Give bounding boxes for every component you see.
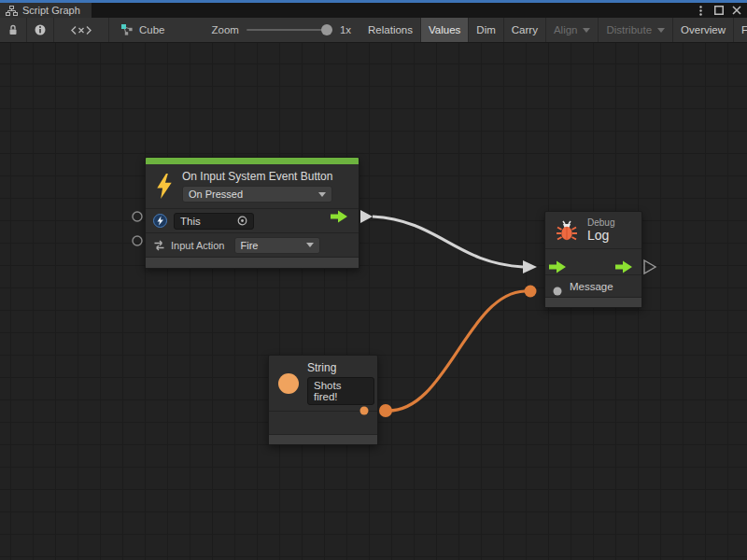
debug-flow-row (545, 248, 641, 274)
align-label: Align (554, 24, 578, 35)
menu-kebab-icon[interactable] (694, 4, 708, 17)
code-preview-icon (71, 25, 92, 35)
string-node-header: String Shots fired! (269, 356, 377, 411)
chevron-down-icon (583, 28, 590, 33)
graph-canvas[interactable]: On Input System Event Button On Pressed … (0, 43, 747, 560)
target-object-value: This (180, 216, 201, 227)
node-debug-log[interactable]: Debug Log Message (544, 211, 642, 308)
string-value-field[interactable]: Shots fired! (307, 377, 374, 405)
distribute-dropdown[interactable]: Distribute (599, 18, 673, 42)
lock-icon (7, 23, 20, 36)
wire-start-arrow[interactable] (360, 210, 373, 223)
close-icon[interactable] (729, 4, 743, 17)
string-value: Shots fired! (314, 380, 368, 402)
debug-node-title: Log (587, 228, 614, 243)
string-type-icon (278, 373, 299, 394)
maximize-icon[interactable] (712, 4, 726, 17)
csharp-preview-button[interactable] (54, 18, 109, 42)
breadcrumb-label: Cube (139, 24, 165, 35)
zoom-label: Zoom (212, 24, 239, 35)
orange-wire-start-dot[interactable] (379, 404, 392, 417)
tab-strip: Script Graph (0, 3, 747, 18)
event-node-colorbar (146, 158, 359, 164)
message-port-label: Message (570, 281, 613, 292)
input-action-label: Input Action (171, 240, 225, 251)
chevron-down-icon (306, 243, 314, 247)
tab-script-graph[interactable]: Script Graph (0, 3, 92, 18)
values-toggle[interactable]: Values (421, 18, 469, 42)
info-icon (34, 23, 47, 36)
graph-hierarchy-icon (6, 6, 18, 16)
node-string-literal[interactable]: String Shots fired! (268, 355, 378, 445)
tabstrip-spacer (92, 3, 694, 18)
string-node-footer (269, 434, 377, 444)
chevron-down-icon (318, 192, 326, 197)
carry-toggle[interactable]: Carry (504, 18, 546, 42)
event-target-row: This (146, 208, 359, 232)
gameobject-event-icon (153, 214, 167, 228)
wire-event-to-log[interactable] (373, 217, 523, 267)
input-action-icon (153, 240, 165, 251)
tab-title: Script Graph (22, 5, 80, 16)
event-action-input-port[interactable] (133, 236, 142, 245)
chevron-down-icon (657, 28, 665, 33)
zoom-slider-handle[interactable] (321, 24, 332, 35)
wire-end-arrow[interactable] (523, 260, 537, 273)
target-object-field[interactable]: This (174, 213, 254, 230)
input-action-value: Fire (241, 240, 259, 251)
dim-toggle[interactable]: Dim (469, 18, 503, 42)
log-unconnected-output-port[interactable] (644, 260, 655, 273)
align-dropdown[interactable]: Align (546, 18, 599, 42)
carry-label: Carry (512, 24, 538, 35)
graph-asset-icon (120, 23, 134, 36)
inspect-button[interactable] (27, 18, 54, 42)
graph-toolbar: Cube Zoom 1x Relations Values Dim Carry … (0, 18, 747, 43)
overview-button[interactable]: Overview (673, 18, 734, 42)
window-controls (694, 3, 747, 18)
string-node-title: String (307, 361, 374, 374)
event-mode-dropdown[interactable]: On Pressed (182, 186, 332, 203)
distribute-label: Distribute (606, 24, 652, 35)
event-target-input-port[interactable] (133, 212, 142, 221)
values-label: Values (429, 24, 460, 35)
event-node-footer (146, 257, 359, 268)
relations-toggle[interactable]: Relations (360, 18, 421, 42)
event-action-row: Input Action Fire (146, 232, 359, 257)
zoom-control: Zoom 1x (203, 18, 361, 42)
zoom-slider[interactable] (247, 29, 332, 31)
event-node-title: On Input System Event Button (182, 170, 332, 183)
debug-node-header: Debug Log (545, 212, 641, 248)
string-output-row (269, 411, 377, 434)
object-picker-icon[interactable] (237, 216, 247, 226)
input-action-dropdown[interactable]: Fire (234, 237, 320, 254)
debug-message-row: Message (545, 274, 641, 297)
event-node-header: On Input System Event Button On Pressed (146, 164, 359, 208)
event-mode-value: On Pressed (189, 189, 243, 200)
lock-button[interactable] (0, 18, 27, 42)
fullscreen-button[interactable]: Full Screen (734, 18, 747, 42)
debug-node-category: Debug (587, 217, 614, 228)
debug-node-footer (545, 297, 641, 307)
overview-label: Overview (681, 24, 726, 35)
node-on-input-system-event-button[interactable]: On Input System Event Button On Pressed … (145, 157, 359, 269)
relations-label: Relations (368, 24, 413, 35)
graph-breadcrumb-cube[interactable]: Cube (109, 18, 176, 42)
wire-string-to-message[interactable] (386, 291, 525, 411)
fullscreen-label: Full Screen (741, 24, 747, 35)
orange-wire-end-dot[interactable] (525, 286, 537, 298)
dim-label: Dim (476, 24, 495, 35)
lightning-bolt-icon (155, 174, 174, 199)
zoom-value: 1x (340, 24, 351, 35)
debug-bug-icon (555, 218, 579, 243)
script-graph-window: Script Graph (0, 0, 747, 560)
